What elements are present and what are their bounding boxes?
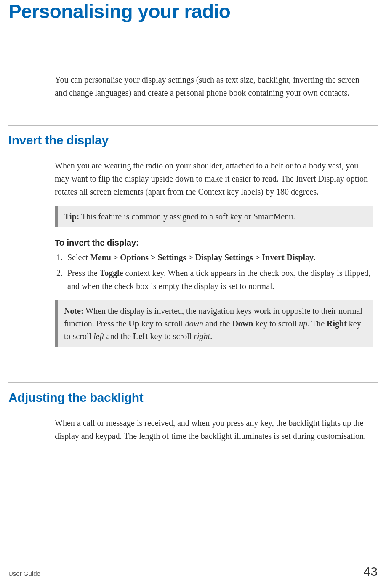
note-t3: and the (203, 319, 232, 328)
invert-paragraph: When you are wearing the radio on your s… (55, 159, 373, 198)
note-i3: left (93, 331, 104, 341)
note-t4: key to scroll (253, 319, 299, 328)
note-callout: Note: When the display is inverted, the … (55, 300, 373, 347)
step-1-post: . (314, 253, 316, 262)
tip-text: This feature is commonly assigned to a s… (79, 212, 295, 221)
section-heading-backlight: Adjusting the backlight (8, 390, 378, 405)
note-b4: Left (133, 331, 148, 341)
page-number: 43 (364, 564, 378, 579)
note-b1: Up (128, 319, 139, 328)
note-i4: right (194, 331, 210, 341)
step-2-pre: Press the (67, 268, 100, 278)
tip-callout: Tip: This feature is commonly assigned t… (55, 206, 373, 227)
tip-label: Tip: (64, 212, 79, 221)
note-t9: . (210, 331, 212, 341)
page-footer: User Guide 43 (8, 561, 378, 579)
steps-list: Select Menu > Options > Settings > Displ… (65, 251, 373, 293)
section-heading-invert: Invert the display (8, 133, 378, 147)
page-title: Personalising your radio (8, 0, 378, 23)
note-t7: and the (104, 331, 133, 341)
footer-left: User Guide (8, 570, 40, 577)
note-t5: . The (307, 319, 327, 328)
note-label: Note: (64, 306, 84, 315)
note-i1: down (185, 319, 203, 328)
intro-paragraph: You can personalise your display setting… (55, 73, 373, 99)
note-t8: key to scroll (148, 331, 194, 341)
step-1-bold: Menu > Options > Settings > Display Sett… (90, 253, 314, 262)
note-b3: Right (327, 319, 347, 328)
note-t2: key to scroll (139, 319, 185, 328)
note-i2: up (299, 319, 307, 328)
step-2-bold: Toggle (100, 268, 123, 278)
step-2: Press the Toggle context key. When a tic… (65, 267, 373, 293)
subheading-invert: To invert the display: (55, 238, 373, 248)
backlight-paragraph: When a call or message is received, and … (55, 417, 373, 443)
step-1-pre: Select (67, 253, 90, 262)
section-rule (8, 125, 378, 126)
step-1: Select Menu > Options > Settings > Displ… (65, 251, 373, 264)
note-b2: Down (232, 319, 253, 328)
section-rule-2 (8, 382, 378, 383)
